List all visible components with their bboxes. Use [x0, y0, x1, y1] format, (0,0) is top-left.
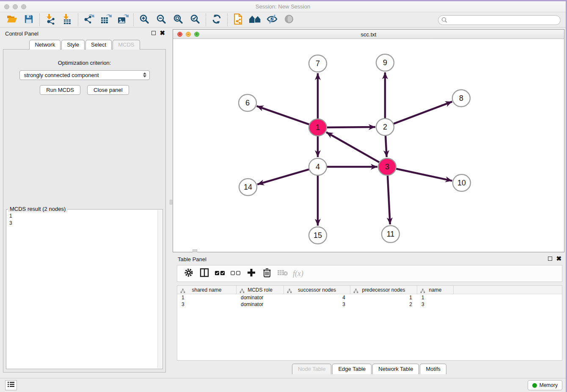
tab-motifs[interactable]: Motifs: [420, 364, 446, 374]
save-session-button[interactable]: [20, 13, 37, 27]
column-header-successor-nodes[interactable]: successor nodes: [284, 286, 350, 294]
table-cell: 3: [417, 301, 454, 308]
float-panel-icon[interactable]: [548, 257, 552, 261]
graph-node-4[interactable]: 4: [309, 158, 327, 175]
tab-network-table[interactable]: Network Table: [372, 364, 419, 374]
graph-edge[interactable]: [326, 132, 380, 163]
apply-layout-button[interactable]: [208, 13, 225, 27]
memory-button[interactable]: Memory: [528, 380, 562, 390]
zoom-out-button[interactable]: [153, 13, 170, 27]
graph-node-3[interactable]: 3: [378, 158, 396, 175]
network-canvas[interactable]: 7968124314101511: [173, 39, 564, 252]
close-panel-button[interactable]: Close panel: [87, 85, 129, 95]
search-input[interactable]: [438, 15, 561, 25]
graph-node-11[interactable]: 11: [382, 226, 399, 243]
tab-edge-table[interactable]: Edge Table: [332, 364, 372, 374]
mcds-result-text[interactable]: 1 3: [6, 211, 157, 369]
graph-edge[interactable]: [385, 135, 387, 157]
tab-node-table[interactable]: Node Table: [292, 364, 332, 374]
zoom-fit-button[interactable]: [170, 13, 187, 27]
splitter-grip[interactable]: [170, 200, 172, 204]
deselect-all-rows-button[interactable]: [228, 267, 243, 280]
tab-style[interactable]: Style: [61, 40, 85, 50]
graph-node-9[interactable]: 9: [376, 54, 394, 71]
show-graphics-details-button[interactable]: [247, 13, 264, 27]
vertical-splitter[interactable]: [169, 28, 173, 378]
column-header-predecessor-nodes[interactable]: predecessor nodes: [350, 286, 417, 294]
svg-text:11: 11: [387, 230, 395, 238]
zoom-in-button[interactable]: [136, 13, 153, 27]
run-mcds-button[interactable]: Run MCDS: [40, 85, 80, 95]
export-image-button[interactable]: [114, 13, 131, 27]
graph-node-1[interactable]: 1: [309, 119, 327, 136]
export-table-button[interactable]: [97, 13, 114, 27]
main-toolbar: [0, 13, 566, 28]
fx-icon: f(x): [293, 269, 303, 278]
graph-node-15[interactable]: 15: [309, 227, 327, 244]
window-title: Session: New Session: [0, 3, 566, 10]
graph-node-2[interactable]: 2: [376, 119, 394, 135]
open-session-button[interactable]: [3, 13, 20, 27]
application-window: Session: New Session: [0, 1, 566, 392]
close-panel-icon[interactable]: ✖: [556, 256, 561, 261]
table-row[interactable]: 1dominator411: [177, 294, 562, 301]
plus-icon: [247, 268, 256, 279]
tab-select[interactable]: Select: [85, 40, 112, 50]
checked-boxes-icon: [215, 270, 225, 277]
graph-node-8[interactable]: 8: [452, 90, 470, 107]
column-header-name[interactable]: name: [417, 286, 454, 294]
svg-text:7: 7: [316, 59, 320, 68]
graph-edge[interactable]: [326, 127, 375, 127]
delete-table-icon: [277, 269, 288, 278]
graph-node-6[interactable]: 6: [239, 94, 256, 111]
tab-network[interactable]: Network: [29, 40, 61, 50]
export-table-icon: [100, 14, 112, 26]
show-columns-button[interactable]: [196, 267, 212, 280]
import-network-icon: [45, 14, 56, 26]
graph-edge[interactable]: [388, 175, 390, 224]
table-settings-button[interactable]: [181, 267, 196, 280]
criterion-select[interactable]: strongly connected component: [19, 70, 150, 80]
table-cell: 2: [350, 301, 417, 308]
graph-node-10[interactable]: 10: [453, 174, 471, 191]
toolbar-separator: [39, 14, 40, 26]
float-panel-icon[interactable]: [151, 31, 156, 35]
clone-network-button[interactable]: [230, 13, 247, 27]
toolbar-separator: [133, 14, 134, 26]
graph-edge[interactable]: [393, 102, 452, 124]
import-table-button[interactable]: [59, 13, 76, 27]
column-label: MCDS role: [248, 287, 272, 293]
graph-node-7[interactable]: 7: [309, 55, 327, 72]
column-header-MCDS-role[interactable]: MCDS role: [237, 286, 284, 294]
export-network-button[interactable]: [80, 13, 97, 27]
memory-status-icon: [532, 383, 537, 388]
hierarchy-icon: [287, 287, 292, 295]
horizontal-splitter-grip[interactable]: [193, 249, 197, 252]
table-cell: 1: [350, 294, 417, 301]
zoom-selected-button[interactable]: [187, 13, 204, 27]
network-frame-titlebar[interactable]: × − + scc.txt: [173, 30, 564, 39]
import-network-button[interactable]: [42, 13, 59, 27]
graph-edge[interactable]: [257, 106, 310, 125]
toolbar-separator: [78, 14, 78, 26]
svg-text:2: 2: [383, 123, 387, 131]
hide-graphics-details-button[interactable]: [264, 13, 281, 27]
tab-mcds[interactable]: MCDS: [113, 40, 140, 50]
result-scrollbar[interactable]: [157, 210, 162, 368]
task-history-button[interactable]: [5, 380, 17, 390]
create-column-button[interactable]: [243, 267, 259, 280]
graph-edge[interactable]: [396, 168, 452, 181]
table-row[interactable]: 3dominator323: [177, 301, 562, 308]
close-panel-icon[interactable]: ✖: [160, 30, 165, 36]
network-navigator-button[interactable]: [281, 13, 297, 27]
optimization-criterion-label: Optimization criterion:: [3, 60, 165, 66]
column-label: successor nodes: [298, 287, 336, 293]
table-cell: 1: [417, 294, 454, 301]
graph-edge[interactable]: [257, 169, 310, 185]
graph-node-14[interactable]: 14: [239, 179, 257, 196]
svg-text:8: 8: [459, 94, 463, 102]
delete-column-button[interactable]: [259, 267, 275, 280]
column-header-shared-name[interactable]: shared name: [177, 286, 237, 294]
list-icon: [8, 381, 14, 389]
select-all-rows-button[interactable]: [212, 267, 228, 280]
